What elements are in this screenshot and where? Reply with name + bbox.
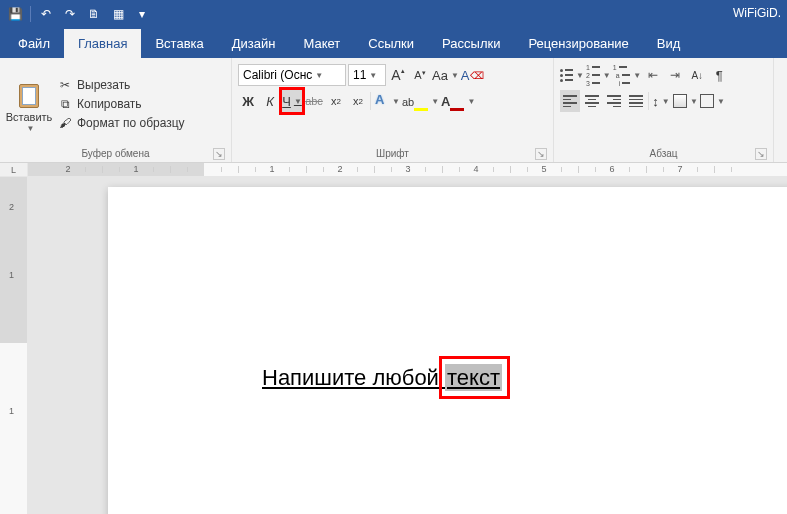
ribbon: Вставить ▼ ✂ Вырезать ⧉ Копировать 🖌 Фор… (0, 58, 787, 163)
shading-button[interactable]: ▼ (673, 90, 698, 112)
group-font-label: Шрифт ↘ (238, 146, 547, 162)
texteffects-icon (373, 93, 389, 109)
borders-icon (700, 94, 714, 108)
align-center-icon (585, 95, 599, 107)
bullets-icon (560, 69, 573, 82)
show-marks-button[interactable]: ¶ (709, 64, 729, 86)
change-case-button[interactable]: Aa▼ (432, 64, 459, 86)
tab-design[interactable]: Дизайн (218, 29, 290, 58)
cut-label: Вырезать (77, 78, 130, 92)
quick-access-toolbar: 💾 ↶ ↷ 🗎 ▦ ▾ (0, 3, 153, 25)
align-left-button[interactable] (560, 90, 580, 112)
justify-icon (629, 95, 643, 107)
clipboard-dialog-launcher[interactable]: ↘ (213, 148, 225, 160)
tab-review[interactable]: Рецензирование (514, 29, 642, 58)
shrink-font-button[interactable]: A▾ (410, 64, 430, 86)
superscript-button[interactable]: x2 (348, 90, 368, 112)
document-text[interactable]: Напишите любой текст (262, 365, 502, 391)
numbering-button[interactable]: 123▼ (586, 64, 611, 86)
group-clipboard: Вставить ▼ ✂ Вырезать ⧉ Копировать 🖌 Фор… (0, 58, 232, 162)
page-viewport[interactable]: Напишите любой текст (28, 177, 787, 514)
font-size-combo[interactable]: 11 ▼ (348, 64, 386, 86)
paragraph-dialog-launcher[interactable]: ↘ (755, 148, 767, 160)
tab-references[interactable]: Ссылки (354, 29, 428, 58)
font-name-value: Calibri (Оснс (243, 68, 312, 82)
line-spacing-button[interactable]: ↕▼ (651, 90, 671, 112)
ruler-horizontal[interactable]: L 211234567 (0, 163, 787, 177)
qat-customize[interactable]: ▾ (131, 3, 153, 25)
multilevel-icon: 1ai (613, 64, 631, 87)
increase-indent-button[interactable]: ⇥ (665, 64, 685, 86)
font-dialog-launcher[interactable]: ↘ (535, 148, 547, 160)
redo-button[interactable]: ↷ (59, 3, 81, 25)
bold-button[interactable]: Ж (238, 90, 258, 112)
font-name-combo[interactable]: Calibri (Оснс ▼ (238, 64, 346, 86)
paste-button[interactable]: Вставить ▼ (6, 62, 52, 146)
sort-button[interactable]: А↓ (687, 64, 707, 86)
save-button[interactable]: 💾 (4, 3, 26, 25)
cut-button[interactable]: ✂ Вырезать (56, 77, 187, 93)
decrease-indent-button[interactable]: ⇤ (643, 64, 663, 86)
align-right-button[interactable] (604, 90, 624, 112)
doc-text-plain: Напишите любой (262, 365, 445, 390)
font-color-button[interactable]: A▼ (441, 90, 475, 112)
format-painter-button[interactable]: 🖌 Формат по образцу (56, 115, 187, 131)
clear-formatting-button[interactable]: A⌫ (461, 64, 484, 86)
align-left-icon (563, 95, 577, 107)
scissors-icon: ✂ (58, 78, 72, 92)
multilevel-button[interactable]: 1ai▼ (613, 64, 641, 86)
copy-button[interactable]: ⧉ Копировать (56, 96, 187, 112)
copy-label: Копировать (77, 97, 142, 111)
format-painter-label: Формат по образцу (77, 116, 185, 130)
paste-icon (15, 80, 43, 110)
paste-label: Вставить (6, 111, 53, 123)
group-clipboard-label: Буфер обмена ↘ (6, 146, 225, 162)
copy-icon: ⧉ (58, 97, 72, 111)
ribbon-tabs: Файл Главная Вставка Дизайн Макет Ссылки… (0, 28, 787, 58)
numbering-icon: 123 (586, 64, 600, 87)
grow-font-button[interactable]: A▴ (388, 64, 408, 86)
table-button[interactable]: ▦ (107, 3, 129, 25)
ruler-corner[interactable]: L (0, 163, 28, 176)
highlight-button[interactable]: ab▼ (402, 90, 439, 112)
font-size-value: 11 (353, 68, 366, 82)
document-page[interactable]: Напишите любой текст (108, 187, 787, 514)
shading-icon (673, 94, 687, 108)
borders-button[interactable]: ▼ (700, 90, 725, 112)
font-name-dropdown[interactable]: ▼ (312, 71, 323, 80)
group-paragraph: ▼ 123▼ 1ai▼ ⇤ ⇥ А↓ ¶ ↕▼ ▼ ▼ (554, 58, 774, 162)
tab-insert[interactable]: Вставка (141, 29, 217, 58)
tab-home[interactable]: Главная (64, 29, 141, 58)
underline-button[interactable]: Ч▼ (282, 90, 302, 112)
brush-icon: 🖌 (58, 116, 72, 130)
tab-file[interactable]: Файл (4, 29, 64, 58)
strikethrough-button[interactable]: abc (304, 90, 324, 112)
doc-text-selected[interactable]: текст (445, 364, 502, 391)
ruler-vertical[interactable]: 211 (0, 177, 28, 514)
group-paragraph-label: Абзац ↘ (560, 146, 767, 162)
group-font: Calibri (Оснс ▼ 11 ▼ A▴ A▾ Aa▼ A⌫ Ж К (232, 58, 554, 162)
subscript-button[interactable]: x2 (326, 90, 346, 112)
tab-layout[interactable]: Макет (289, 29, 354, 58)
tab-mailings[interactable]: Рассылки (428, 29, 514, 58)
titlebar: 💾 ↶ ↷ 🗎 ▦ ▾ WiFiGiD. (0, 0, 787, 28)
bullets-button[interactable]: ▼ (560, 64, 584, 86)
document-area: 211 Напишите любой текст (0, 177, 787, 514)
align-center-button[interactable] (582, 90, 602, 112)
text-effects-button[interactable]: ▼ (373, 90, 400, 112)
justify-button[interactable] (626, 90, 646, 112)
tab-view[interactable]: Вид (643, 29, 695, 58)
undo-button[interactable]: ↶ (35, 3, 57, 25)
italic-button[interactable]: К (260, 90, 280, 112)
window-title: WiFiGiD. (733, 6, 781, 20)
paste-dropdown[interactable]: ▼ (24, 124, 35, 133)
newdoc-button[interactable]: 🗎 (83, 3, 105, 25)
align-right-icon (607, 95, 621, 107)
font-size-dropdown[interactable]: ▼ (366, 71, 377, 80)
